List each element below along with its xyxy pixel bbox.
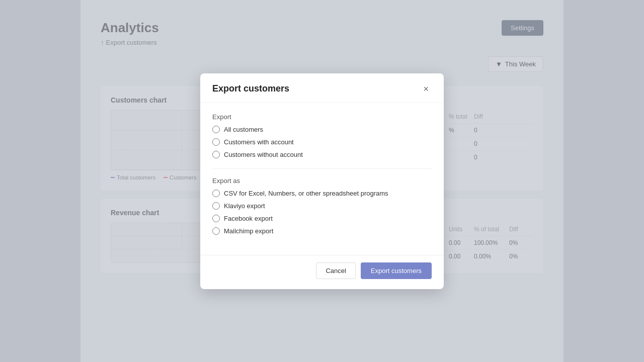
export-as-radio-group: CSV for Excel, Numbers, or other spreads… [212,190,432,235]
radio-item-mailchimp[interactable]: Mailchimp export [212,227,432,235]
radio-csv-label: CSV for Excel, Numbers, or other spreads… [224,190,388,197]
modal-header: Export customers × [200,73,444,103]
radio-mailchimp[interactable] [212,227,220,235]
radio-item-klaviyo[interactable]: Klaviyo export [212,202,432,210]
export-as-section-label: Export as [212,177,432,185]
radio-item-with-account[interactable]: Customers with account [212,138,432,146]
radio-item-facebook[interactable]: Facebook export [212,215,432,222]
export-section-label: Export [212,113,432,121]
radio-mailchimp-label: Mailchimp export [224,227,273,235]
export-customers-button[interactable]: Export customers [361,262,432,279]
modal-body: Export All customers Customers with acco… [200,103,444,255]
radio-klaviyo[interactable] [212,202,220,210]
modal-footer: Cancel Export customers [200,255,444,289]
cancel-button[interactable]: Cancel [316,262,355,279]
radio-all-label: All customers [224,126,263,133]
section-divider [212,168,432,169]
modal-title: Export customers [212,83,289,94]
radio-item-without-account[interactable]: Customers without account [212,151,432,158]
radio-without-account[interactable] [212,151,220,158]
radio-without-account-label: Customers without account [224,151,303,158]
radio-with-account[interactable] [212,138,220,146]
radio-all-customers[interactable] [212,126,220,133]
modal-close-button[interactable]: × [420,83,432,95]
radio-csv[interactable] [212,190,220,197]
radio-item-all[interactable]: All customers [212,126,432,133]
radio-facebook-label: Facebook export [224,215,273,222]
export-customers-modal: Export customers × Export All customers … [200,73,444,289]
radio-klaviyo-label: Klaviyo export [224,202,265,210]
radio-item-csv[interactable]: CSV for Excel, Numbers, or other spreads… [212,190,432,197]
radio-facebook[interactable] [212,215,220,222]
export-radio-group: All customers Customers with account Cus… [212,126,432,158]
radio-with-account-label: Customers with account [224,138,294,146]
modal-backdrop[interactable]: Export customers × Export All customers … [0,0,644,362]
